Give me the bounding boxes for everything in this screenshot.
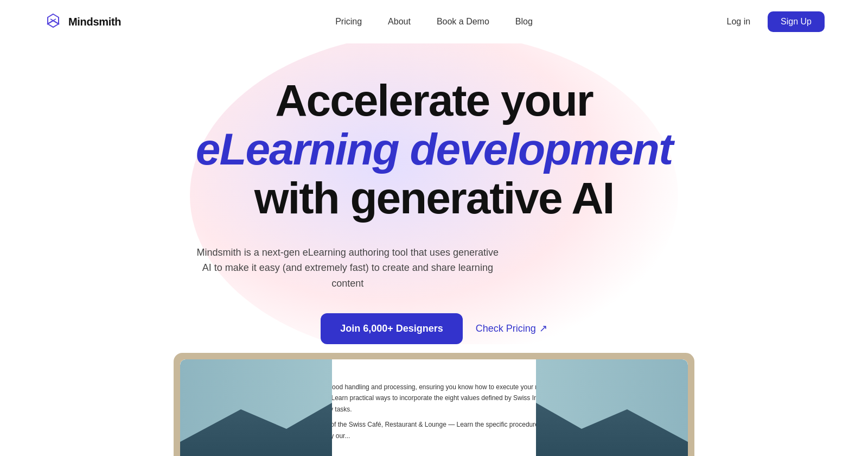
hero-title: Accelerate your eLearning development wi… (196, 76, 672, 223)
hero-section: Accelerate your eLearning development wi… (0, 43, 868, 344)
hero-title-line2: eLearning development (196, 124, 672, 174)
nav-pricing[interactable]: Pricing (324, 12, 373, 31)
navbar: Mindsmith Pricing About Book a Demo Blog… (0, 0, 868, 43)
logo[interactable]: Mindsmith (43, 12, 121, 31)
check-pricing-link[interactable]: Check Pricing ↗ (476, 322, 547, 334)
logo-text: Mindsmith (68, 16, 121, 28)
hero-subtitle: Mindsmith is a next-gen eLearning author… (196, 245, 500, 292)
nav-blog[interactable]: Blog (505, 12, 544, 31)
nav-about[interactable]: About (377, 12, 422, 31)
app-text-line1: account of food handling and processing,… (298, 382, 570, 415)
app-preview: account of food handling and processing,… (174, 353, 694, 456)
preview-left-decoration (180, 359, 332, 456)
nav-actions: Log in Sign Up (718, 11, 825, 32)
join-button[interactable]: Join 6,000+ Designers (321, 313, 463, 344)
nav-book-demo[interactable]: Book a Demo (426, 12, 500, 31)
app-text-line2: • The Role of the Swiss Café, Restaurant… (298, 419, 570, 441)
login-button[interactable]: Log in (718, 12, 759, 31)
hero-title-line3: with generative AI (254, 173, 614, 223)
app-preview-inner: account of food handling and processing,… (180, 359, 688, 456)
preview-left-mountain (180, 403, 332, 456)
app-preview-text: account of food handling and processing,… (298, 382, 570, 441)
preview-right-decoration (536, 359, 688, 456)
app-preview-content: account of food handling and processing,… (298, 382, 570, 446)
hero-buttons: Join 6,000+ Designers Check Pricing ↗ (196, 313, 672, 344)
nav-links: Pricing About Book a Demo Blog (324, 12, 544, 31)
check-pricing-arrow: ↗ (539, 322, 547, 334)
hero-title-line1: Accelerate your (275, 75, 592, 125)
check-pricing-label: Check Pricing (476, 323, 536, 334)
preview-right-mountain (536, 403, 688, 456)
signup-button[interactable]: Sign Up (768, 11, 825, 32)
logo-icon (43, 12, 63, 31)
hero-content: Accelerate your eLearning development wi… (196, 76, 672, 344)
